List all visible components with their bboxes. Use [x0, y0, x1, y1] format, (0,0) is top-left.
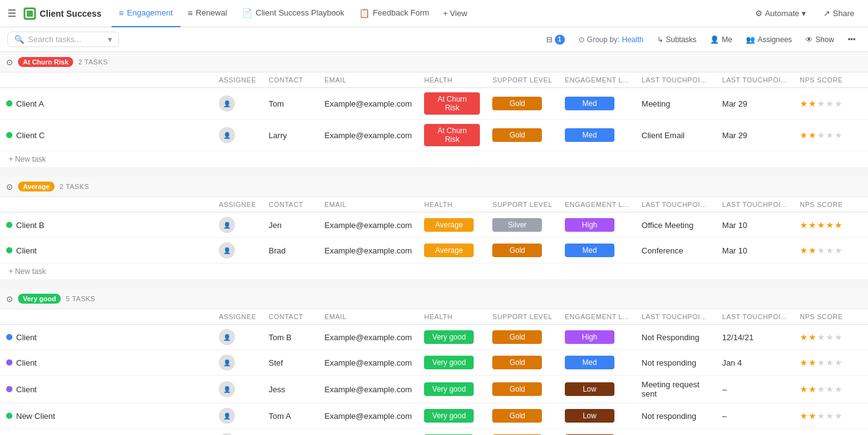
- task-dot: [6, 100, 12, 107]
- touch2-cell: Mar 29: [716, 88, 794, 120]
- col-header-name: [0, 309, 213, 325]
- engage-badge: Low: [565, 382, 614, 396]
- task-name-cell[interactable]: Client: [0, 376, 213, 403]
- support-badge: Gold: [492, 128, 542, 142]
- share-button[interactable]: ↗ Share: [817, 6, 861, 20]
- nps-stars: ★★★★★: [800, 332, 862, 342]
- assignee-cell: 👤: [213, 213, 262, 238]
- main-table: ⊙ At Churn Risk 2 TASKS ASSIGNEE CONTACT…: [0, 52, 868, 435]
- task-name-cell[interactable]: Test: [0, 429, 213, 436]
- support-badge: Gold: [492, 356, 542, 369]
- table-row: Client 👤 Tom B Example@example.com Very …: [0, 325, 868, 350]
- assignee-cell: 👤: [213, 238, 262, 263]
- task-name-cell[interactable]: Client: [0, 350, 213, 376]
- subtasks-button[interactable]: ↳ Subtasks: [652, 33, 701, 46]
- task-dot: [6, 222, 12, 228]
- new-task-row-average[interactable]: + New task: [0, 263, 868, 280]
- badge-average: Average: [18, 182, 55, 191]
- touch2-cell: Mar 29: [716, 120, 794, 151]
- search-box[interactable]: 🔍 Search tasks... ▾: [7, 32, 119, 47]
- column-headers-churn: ASSIGNEE CONTACT EMAIL HEALTH SUPPORT LE…: [0, 72, 868, 88]
- task-dot: [6, 386, 12, 392]
- chevron-down-icon: ▾: [108, 35, 112, 44]
- engage-cell: High: [559, 213, 636, 238]
- task-name-cell[interactable]: New Client: [0, 403, 213, 429]
- health-badge: Very good: [424, 330, 474, 344]
- new-task-row-churn[interactable]: + New task: [0, 151, 868, 168]
- task-name-cell[interactable]: Client B: [0, 213, 213, 238]
- nps-stars: ★ ★ ★ ★ ★: [800, 130, 862, 140]
- hamburger-icon[interactable]: ☰: [7, 7, 16, 19]
- avatar: 👤: [219, 329, 235, 345]
- health-badge: Average: [424, 244, 474, 257]
- badge-verygood: Very good: [18, 294, 61, 304]
- chevron-average[interactable]: ⊙: [6, 182, 13, 191]
- engage-badge: Low: [565, 409, 614, 423]
- task-dot: [6, 413, 12, 419]
- health-cell: Average: [418, 238, 486, 263]
- eye-icon: 👁: [805, 35, 813, 44]
- nps-stars: ★★★★★: [800, 358, 862, 367]
- assignee-cell: 👤: [213, 120, 262, 151]
- assignee-cell: 👤: [213, 376, 262, 403]
- col-header-touch1: LAST TOUCHPOI...: [636, 72, 716, 88]
- add-view-button[interactable]: + View: [436, 0, 473, 27]
- task-name-cell[interactable]: Client C: [0, 120, 213, 151]
- assignees-button[interactable]: 👥 Assignees: [741, 33, 797, 46]
- column-headers-verygood: ASSIGNEE CONTACT EMAIL HEALTH SUPPORT LE…: [0, 309, 868, 325]
- task-name-cell[interactable]: Client A: [0, 88, 213, 120]
- health-badge: Very good: [424, 356, 474, 369]
- col-header-support: SUPPORT LEVEL: [486, 72, 559, 88]
- col-header-nps: NPS SCORE: [794, 72, 868, 88]
- show-button[interactable]: 👁 Show: [800, 33, 839, 46]
- renewal-icon: ≡: [188, 8, 193, 18]
- person-icon: 👤: [710, 35, 719, 44]
- col-header-email: EMAIL: [318, 72, 418, 88]
- count-churn: 2 TASKS: [78, 58, 108, 66]
- chevron-churn[interactable]: ⊙: [6, 58, 13, 67]
- task-name-cell[interactable]: Client: [0, 325, 213, 350]
- section-header-average: ⊙ Average 2 TASKS: [0, 177, 868, 197]
- tab-renewal[interactable]: ≡ Renewal: [180, 0, 235, 27]
- task-dot: [6, 334, 12, 340]
- group-by-button[interactable]: ⊙ Group by: Health: [574, 33, 649, 46]
- nps-cell: ★ ★ ★ ★ ★: [794, 88, 868, 120]
- automate-button[interactable]: ⚙ Automate ▾: [749, 6, 813, 20]
- table-row: Client B 👤 Jen Example@example.com Avera…: [0, 213, 868, 238]
- toolbar-right: ⊟ 1 ⊙ Group by: Health ↳ Subtasks 👤 Me 👥…: [541, 32, 861, 47]
- tab-feedback[interactable]: 📋 Feedback Form: [352, 0, 436, 27]
- badge-churn: At Churn Risk: [18, 57, 73, 67]
- health-badge: Very good: [424, 409, 474, 423]
- health-badge: At Churn Risk: [424, 92, 480, 115]
- email-cell: Example@example.com: [318, 120, 418, 151]
- touch1-cell: Meeting: [636, 88, 716, 120]
- section-header-verygood: ⊙ Very good 5 TASKS: [0, 289, 868, 309]
- filter-button[interactable]: ⊟ 1: [541, 32, 570, 47]
- contact-cell: Larry: [262, 120, 318, 151]
- more-button[interactable]: •••: [843, 33, 861, 46]
- subtasks-icon: ↳: [657, 35, 663, 44]
- me-button[interactable]: 👤 Me: [705, 33, 737, 46]
- support-badge: Gold: [492, 409, 542, 423]
- health-badge: At Churn Risk: [424, 124, 480, 146]
- section-header-churn: ⊙ At Churn Risk 2 TASKS: [0, 52, 868, 72]
- nps-cell: ★ ★ ★ ★ ★: [794, 238, 868, 263]
- tab-playbook[interactable]: 📄 Client Success Playbook: [234, 0, 352, 27]
- task-name-cell[interactable]: Client: [0, 238, 213, 263]
- search-icon: 🔍: [14, 35, 24, 44]
- app-logo[interactable]: Client Success: [24, 7, 102, 20]
- contact-cell: Tom: [262, 88, 318, 120]
- support-badge: Silver: [492, 218, 542, 232]
- engage-badge: Med: [565, 128, 614, 142]
- engage-badge: High: [565, 330, 614, 344]
- avatar: 👤: [219, 217, 235, 233]
- nps-stars: ★★★★★: [800, 411, 862, 421]
- chevron-verygood[interactable]: ⊙: [6, 294, 13, 304]
- support-badge: Gold: [492, 97, 542, 110]
- health-badge: Very good: [424, 382, 474, 396]
- group-icon: ⊙: [578, 35, 585, 44]
- tab-engagement[interactable]: ≡ Engagement: [112, 0, 180, 27]
- col-header-health: HEALTH: [418, 72, 486, 88]
- table-row: New Client 👤 Tom A Example@example.com V…: [0, 403, 868, 429]
- chevron-down-icon: ▾: [802, 9, 806, 18]
